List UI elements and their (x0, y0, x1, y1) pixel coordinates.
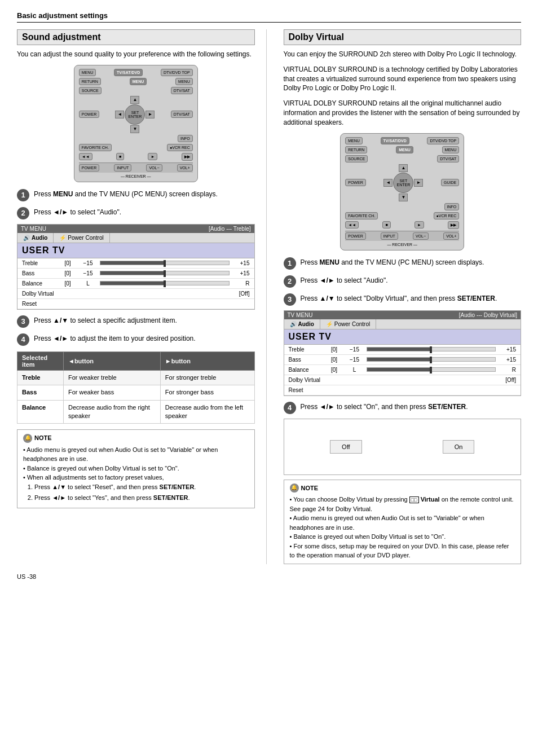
tv-menu-subtitle-left: [Audio --- Treble] (209, 226, 250, 232)
remote-power-btn-r: POWER (345, 179, 365, 186)
table-row-balance: Balance Decrease audio from the right sp… (17, 400, 255, 424)
step-2-right: 2 Press ◄/► to select "Audio". (284, 274, 522, 288)
remote-illustration-right: MENU TV/SAT/DVD DTV/DVD TOP RETURN MENU … (284, 133, 522, 250)
remote-favch-btn-r: FAVORITE CH. (345, 212, 378, 219)
table-row-treble: Treble For weaker treble For stronger tr… (17, 370, 255, 385)
remote-left-arrow: ◄ (115, 111, 124, 118)
table-cell-balance-item: Balance (17, 400, 64, 424)
remote-volup-btn: VOL+ (177, 164, 193, 172)
remote-play-btn-r: ► (414, 221, 424, 228)
remote-set-enter-r: SETENTER (393, 173, 413, 193)
remote-voldown-btn-r: VOL− (413, 232, 429, 240)
tv-menu-section-right: USER TV (284, 329, 521, 345)
tv-menu-header-left: TV MENU [Audio --- Treble] (17, 225, 254, 233)
step-1-left: 1 Press MENU and the TV MENU (PC MENU) s… (17, 188, 255, 201)
step-3-num-right: 3 (284, 293, 296, 306)
remote-menu3-btn: MENU (175, 78, 193, 85)
remote-rew-btn-r: ◄◄ (345, 221, 359, 228)
step-1-right: 1 Press MENU and the TV MENU (PC MENU) s… (284, 256, 522, 270)
tv-menu-row-balance-left: Balance [0] L R (17, 279, 254, 289)
remote-voldown-btn: VOL− (146, 164, 162, 172)
note-title-right: 🔔 NOTE (290, 484, 515, 493)
off-button[interactable]: Off (330, 440, 361, 454)
onoff-selector: Off On (284, 419, 522, 475)
remote-menu3-btn-r: MENU (442, 146, 460, 153)
remote-up-arrow: ▲ (130, 96, 139, 104)
remote-tvsat-btn: TV/SAT/DVD (114, 69, 143, 76)
tv-menu-row-dolby-right: Dolby Virtual [Off] (284, 375, 521, 385)
note-ol-item-1: Press ▲/▼ to select "Reset", and then pr… (34, 482, 249, 493)
tv-menu-row-treble-left: Treble [0] −15 +15 (17, 258, 254, 269)
dolby-intro-3: VIRTUAL DOLBY SURROUND retains all the o… (284, 99, 522, 127)
remote-info-btn: INFO (178, 135, 193, 142)
note-title-left: 🔔 NOTE (23, 433, 249, 443)
step-2-num-right: 2 (284, 275, 296, 288)
remote-play-btn: ► (148, 153, 157, 160)
remote-source-btn: SOURCE (79, 87, 102, 94)
remote-stop-btn: ■ (116, 153, 124, 160)
remote-power2-btn: POWER (79, 164, 99, 172)
tv-menu-tab-audio-left: 🔊 Audio (17, 233, 54, 243)
tv-menu-subtitle-right: [Audio --- Dolby Virtual] (459, 312, 517, 318)
dolby-virtual-section: Dolby Virtual You can enjoy the SURROUND… (278, 29, 522, 564)
step-4-text-right: Press ◄/► to select "On", and then press… (301, 401, 468, 412)
remote-down-r: ▼ (399, 194, 408, 201)
tv-menu-section-left: USER TV (17, 243, 254, 258)
table-cell-balance-left: Decrease audio from the right speaker (64, 400, 161, 424)
remote-right-r: ► (414, 179, 423, 187)
note-right-item-1: You can choose Dolby Virtual by pressing… (290, 495, 515, 513)
remote-menu2-btn-r: MENU (396, 146, 413, 153)
on-button[interactable]: On (443, 440, 475, 454)
tv-menu-tab-audio-right: 🔊 Audio (284, 319, 320, 329)
step-3-text-right: Press ▲/▼ to select "Dolby Virtual", and… (301, 292, 497, 304)
note-item-1: Audio menu is greyed out when Audio Out … (23, 445, 249, 464)
table-cell-bass-item: Bass (17, 385, 64, 400)
tv-menu-row-bass-right: Bass [0] −15 +15 (284, 355, 521, 365)
remote-down-arrow: ▼ (130, 125, 139, 133)
note-ol-left: Press ▲/▼ to select "Reset", and then pr… (23, 482, 249, 503)
remote-dtv-btn-r: DTV/DVD TOP (427, 137, 459, 144)
tv-menu-header-right: TV MENU [Audio --- Dolby Virtual] (284, 311, 521, 319)
table-cell-bass-right: For stronger bass (160, 385, 254, 400)
remote-left-r: ◄ (383, 179, 393, 187)
remote-return-btn: RETURN (79, 78, 101, 85)
tv-menu-row-balance-right: Balance [0] L R (284, 365, 521, 375)
remote-volup-btn-r: VOL+ (443, 232, 459, 240)
remote-arrow-pad-r: ▲ ◄ SETENTER ► ▼ (383, 164, 423, 201)
page-number: US -38 (17, 573, 521, 580)
tv-menu-tab-power-right: ⚡ Power Control (320, 319, 376, 329)
tv-menu-row-dolby-left: Dolby Virtual [Off] (17, 289, 254, 299)
tv-menu-title-right: TV MENU (288, 312, 313, 318)
remote-ff-btn-r: ▶▶ (448, 221, 459, 229)
table-cell-treble-item: Treble (17, 370, 64, 385)
note-list-left: Audio menu is greyed out when Audio Out … (23, 445, 249, 482)
table-header-item: Selected item (17, 351, 64, 370)
adjustment-table: Selected item ◄button ►button Treble For… (17, 351, 255, 424)
step-3-num-left: 3 (17, 315, 29, 328)
step-2-text-left: Press ◄/► to select "Audio". (34, 206, 121, 217)
note-icon-right: 🔔 (290, 484, 299, 493)
dolby-virtual-header: Dolby Virtual (284, 29, 522, 45)
tv-menu-row-treble-right: Treble [0] −15 +15 (284, 345, 521, 355)
table-cell-bass-left: For weaker bass (64, 385, 161, 400)
remote-menu-btn-r: MENU (345, 137, 363, 144)
table-header-right-btn: ►button (160, 351, 254, 370)
step-1-num-right: 1 (284, 257, 296, 270)
tv-menu-tabs-right: 🔊 Audio ⚡ Power Control (284, 319, 521, 329)
remote-source-btn-r: SOURCE (345, 155, 368, 162)
table-header-left-btn: ◄button (64, 351, 161, 370)
remote-guide-btn-r: GUIDE (441, 179, 459, 186)
remote-info-btn-r: INFO (444, 203, 460, 210)
step-2-left: 2 Press ◄/► to select "Audio". (17, 206, 255, 219)
remote-input-btn: INPUT (114, 164, 131, 172)
table-cell-treble-left: For weaker treble (64, 370, 161, 385)
remote-dtv-btn: DTV/DVD TOP (161, 69, 193, 76)
remote-dtvsat-btn: DTV/SAT (171, 87, 193, 94)
note-box-left: 🔔 NOTE Audio menu is greyed out when Aud… (17, 429, 255, 508)
step-4-num-left: 4 (17, 333, 29, 346)
remote-tvsat-btn-r: TV/SAT/DVD (381, 137, 409, 144)
step-4-right: 4 Press ◄/► to select "On", and then pre… (284, 401, 522, 414)
note-box-right: 🔔 NOTE You can choose Dolby Virtual by p… (284, 480, 522, 564)
dolby-intro-2: VIRTUAL DOLBY SURROUND is a technology c… (284, 65, 522, 93)
remote-rew-btn: ◄◄ (79, 153, 92, 160)
